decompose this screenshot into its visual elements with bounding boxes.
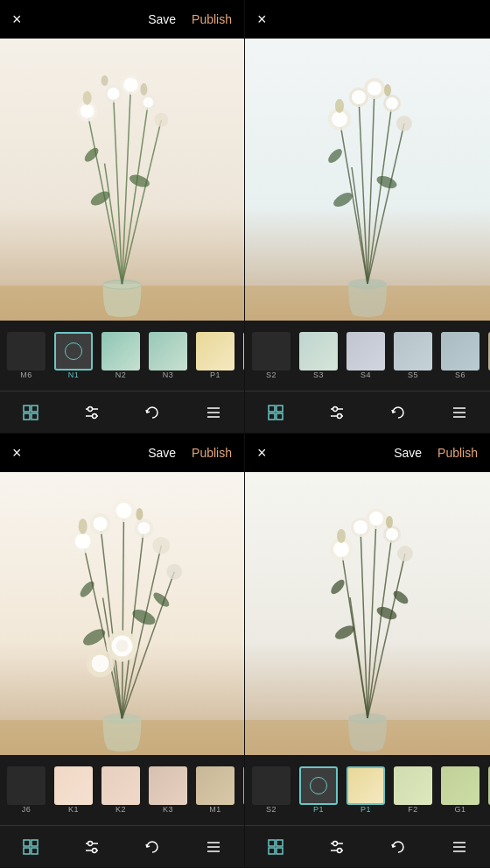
- top-bar-2: × Save Publish: [245, 0, 490, 39]
- adjustments-tool-1[interactable]: [196, 395, 231, 430]
- publish-button-1[interactable]: Publish: [192, 12, 232, 26]
- svg-point-11: [82, 145, 101, 164]
- svg-point-105: [92, 848, 96, 852]
- photo-area-1: [0, 39, 244, 321]
- filter-m6[interactable]: M6: [4, 332, 49, 379]
- svg-point-23: [102, 75, 108, 86]
- filter-s2-ref[interactable]: S2: [248, 766, 294, 814]
- panel-1: × Save Publish: [0, 0, 245, 434]
- svg-point-44: [375, 173, 399, 190]
- grid-tool-1[interactable]: [13, 395, 48, 430]
- publish-button-3[interactable]: Publish: [192, 446, 232, 460]
- close-button-2[interactable]: ×: [257, 11, 267, 29]
- filter-k2[interactable]: K2: [98, 766, 144, 814]
- panel-4: × Save Publish: [245, 434, 490, 868]
- filter-strip-2: S2 S3 S4 S5 S6: [245, 321, 490, 391]
- svg-point-20: [154, 113, 168, 127]
- filter-n3[interactable]: N3: [145, 332, 191, 379]
- filter-s5[interactable]: S5: [390, 332, 436, 379]
- svg-point-17: [123, 78, 137, 92]
- filter-n2[interactable]: N2: [98, 332, 144, 379]
- bottom-toolbar-1: [0, 391, 244, 433]
- filter-k3[interactable]: K3: [145, 766, 191, 814]
- svg-line-71: [101, 524, 122, 718]
- sliders-tool-1[interactable]: [74, 395, 109, 430]
- svg-point-13: [80, 104, 94, 118]
- filter-s2[interactable]: S2: [248, 332, 294, 379]
- photo-area-4: [245, 472, 490, 755]
- svg-rect-26: [24, 413, 30, 420]
- svg-rect-133: [276, 840, 283, 846]
- filter-g2[interactable]: G2: [485, 766, 490, 814]
- svg-rect-100: [24, 848, 30, 854]
- grid-tool-4[interactable]: [258, 829, 293, 864]
- svg-point-139: [338, 848, 342, 852]
- publish-button-4[interactable]: Publish: [438, 446, 478, 460]
- svg-point-128: [386, 528, 398, 540]
- filter-n1[interactable]: N1: [51, 332, 96, 379]
- grid-tool-2[interactable]: [258, 395, 293, 430]
- adjustments-tool-3[interactable]: [196, 829, 231, 864]
- sliders-tool-4[interactable]: [319, 829, 354, 864]
- filter-strip-3: J6 K1 K2 K3 M1: [0, 755, 244, 825]
- svg-point-119: [329, 577, 347, 596]
- grid-tool-3[interactable]: [13, 829, 48, 864]
- filter-m2[interactable]: M2: [240, 766, 244, 814]
- filter-strip-4: S2 P1 P1 F2 G1: [245, 755, 490, 825]
- svg-point-43: [332, 190, 355, 209]
- filter-p2[interactable]: P2: [240, 332, 244, 379]
- svg-point-91: [116, 503, 132, 519]
- svg-point-51: [368, 81, 382, 95]
- rotate-tool-2[interactable]: [381, 395, 416, 430]
- svg-point-53: [386, 97, 398, 109]
- svg-rect-135: [276, 848, 283, 854]
- top-bar-1: × Save Publish: [0, 0, 244, 39]
- adjustments-tool-2[interactable]: [442, 395, 477, 430]
- svg-point-130: [337, 529, 346, 543]
- save-button-1[interactable]: Save: [148, 12, 176, 26]
- sliders-tool-3[interactable]: [74, 829, 109, 864]
- svg-point-96: [79, 519, 88, 534]
- svg-point-54: [396, 116, 412, 131]
- svg-point-22: [140, 83, 147, 95]
- svg-point-87: [75, 533, 91, 549]
- bottom-toolbar-2: [245, 391, 490, 433]
- svg-point-122: [333, 541, 349, 557]
- app-grid: × Save Publish: [0, 0, 490, 868]
- svg-rect-24: [24, 406, 30, 412]
- svg-point-85: [92, 654, 109, 672]
- rotate-tool-3[interactable]: [135, 829, 170, 864]
- sliders-tool-2[interactable]: [319, 395, 354, 430]
- filter-m1[interactable]: M1: [192, 766, 238, 814]
- rotate-tool-1[interactable]: [135, 395, 170, 430]
- close-button-1[interactable]: ×: [12, 11, 22, 29]
- filter-t1[interactable]: T1: [485, 332, 490, 379]
- save-button-3[interactable]: Save: [148, 446, 176, 460]
- filter-f2[interactable]: F2: [390, 766, 436, 814]
- svg-point-103: [88, 841, 92, 845]
- filter-s3[interactable]: S3: [296, 332, 341, 379]
- svg-point-47: [332, 111, 347, 127]
- rotate-tool-4[interactable]: [381, 829, 416, 864]
- adjustments-tool-4[interactable]: [442, 829, 477, 864]
- svg-point-89: [94, 517, 108, 531]
- photo-area-3: [0, 472, 244, 755]
- save-button-4[interactable]: Save: [394, 446, 422, 460]
- filter-p1-sel[interactable]: P1: [343, 766, 388, 814]
- filter-strip-1: M6 N1 N2: [0, 321, 244, 391]
- svg-point-29: [88, 406, 92, 411]
- bottom-toolbar-3: [0, 825, 244, 867]
- filter-k1[interactable]: K1: [51, 766, 96, 814]
- filter-g1[interactable]: G1: [438, 766, 483, 814]
- filter-adj[interactable]: P1: [296, 766, 341, 814]
- bottom-toolbar-4: [245, 825, 490, 867]
- filter-j6[interactable]: J6: [4, 766, 49, 814]
- close-button-4[interactable]: ×: [257, 444, 267, 462]
- filter-p1[interactable]: P1: [192, 332, 238, 379]
- svg-point-45: [326, 146, 344, 165]
- svg-point-56: [384, 84, 391, 96]
- filter-s4[interactable]: S4: [343, 332, 388, 379]
- svg-point-62: [333, 406, 338, 411]
- filter-s6[interactable]: S6: [438, 332, 483, 379]
- close-button-3[interactable]: ×: [12, 444, 22, 462]
